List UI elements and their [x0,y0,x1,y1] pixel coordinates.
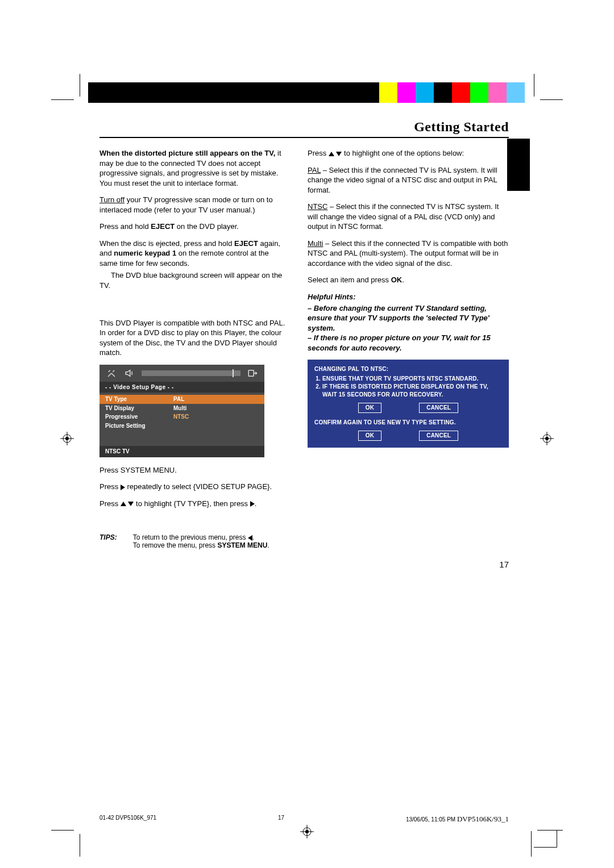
body-text: Select an item and press [308,276,391,284]
dialog-list-item: ENSURE THAT YOUR TV SUPPORTS NTSC STANDA… [322,375,502,383]
registration-mark-icon [540,432,554,445]
svg-rect-16 [248,370,254,377]
osd-slider [142,370,240,376]
dialog-list: ENSURE THAT YOUR TV SUPPORTS NTSC STANDA… [322,375,502,399]
osd-icon-bar [99,365,264,382]
crop-mark [51,99,74,100]
body-text: to highlight {TV TYPE}, then press [134,499,250,508]
body-text: – Select this if the connected TV is NTS… [308,202,499,231]
body-text: . [402,276,404,284]
page-content: Getting Started When the distorted pictu… [99,119,509,569]
left-arrow-icon [248,535,252,541]
tools-icon [105,368,118,378]
result-line: The DVD blue background screen will appe… [99,270,286,290]
footer-model: DVP5106K/93_1 [457,815,509,823]
footer-page: 17 [278,815,284,824]
osd-label: Picture Setting [105,422,173,430]
ok-button[interactable]: OK [358,431,381,441]
manual-page: Getting Started When the distorted pictu… [0,0,614,868]
osd-row-tv-display: TV Display Multi [99,404,264,413]
underlined-text: PAL [308,166,321,174]
bold-text: numeric keypad 1 [114,249,176,257]
crop-mark [80,74,80,97]
footer-timestamp: 13/06/05, 11:05 PM [406,816,455,823]
option-multi: Multi – Select this if the connected TV … [308,239,509,269]
step-line: Press SYSTEM MENU. [99,465,286,475]
bold-text: EJECT [151,222,175,231]
osd-row-progressive: Progressive NTSC [99,412,264,422]
body-text: To remove the menu, press [133,541,218,549]
left-column: When the distorted picture still appears… [99,148,286,515]
osd-label: TV Type [105,395,173,403]
registration-mark-icon [300,85,314,99]
crop-mark [531,831,532,857]
body-text: Press and hold [99,222,151,231]
svg-point-15 [545,437,549,440]
osd-footer: NTSC TV [99,446,264,457]
bold-text: EJECT [234,239,258,248]
osd-row-tv-type: TV Type PAL [99,395,264,404]
right-column: Press to highlight one of the options be… [308,148,509,515]
up-arrow-icon [121,502,126,506]
down-arrow-icon [128,502,134,506]
hints-heading: Helpful Hints: [308,292,509,302]
body-text: – Select this if the connected TV is PAL… [308,166,497,194]
body-text: Press [99,482,121,491]
dialog-button-row: OK CANCEL [314,431,502,441]
underlined-text: Multi [308,239,323,248]
underlined-text: NTSC [308,202,327,211]
cancel-button[interactable]: CANCEL [419,431,458,441]
osd-value: NTSC [173,413,189,421]
body-text: to highlight one of the options below: [342,149,464,157]
hint-text: – If there is no proper picture on your … [308,333,509,353]
exit-icon [246,368,259,378]
tips-line: To remove the menu, press SYSTEM MENU. [133,541,269,549]
paragraph: Turn off your TV progressive scan mode o… [99,195,286,215]
body-text: – Select this if the connected TV is com… [308,239,508,268]
page-title: Getting Started [99,119,509,135]
section-tab [507,139,530,191]
cancel-button[interactable]: CANCEL [419,403,458,413]
osd-label: TV Display [105,404,173,412]
print-footer: 01-42 DVP5106K_971 17 13/06/05, 11:05 PM… [99,815,509,824]
body-text: on the DVD player. [175,222,239,231]
osd-row-picture-setting: Picture Setting [99,422,264,431]
tips-label: TIPS: [99,533,117,549]
paragraph: This DVD Player is compatible with both … [99,318,286,358]
svg-point-11 [65,437,69,440]
bold-text: SYSTEM MENU [217,541,267,549]
bold-text: When the distorted picture still appears… [99,149,275,157]
body-text: . [267,541,269,549]
registration-mark-icon [300,825,314,838]
osd-value: Multi [173,404,186,412]
bold-text: OK [391,276,403,284]
body-text: When the disc is ejected, press and hold [99,239,234,248]
tips-body: To return to the previous menu, press . … [133,533,269,549]
paragraph: When the distorted picture still appears… [99,148,286,188]
step-line: Press to highlight one of the options be… [308,148,509,158]
svg-point-7 [305,830,309,833]
crop-mark [80,834,80,857]
paragraph: When the disc is ejected, press and hold… [99,239,286,269]
registration-mark-icon [60,432,74,445]
osd-video-setup-screenshot: - - Video Setup Page - - TV Type PAL TV … [99,365,264,457]
body-text: repeatedly to select {VIDEO SETUP PAGE}. [125,482,272,491]
ok-button[interactable]: OK [358,403,381,413]
osd-value: PAL [173,395,184,403]
osd-confirm-dialog: CHANGING PAL TO NTSC: ENSURE THAT YOUR T… [308,360,509,448]
body-text: To return to the previous menu, press [133,533,248,541]
body-text: . [252,533,254,541]
step-line: Press repeatedly to select {VIDEO SETUP … [99,482,286,492]
page-number: 17 [99,560,509,569]
tips-footer: TIPS: To return to the previous menu, pr… [99,533,509,549]
body-text: your TV progressive scan mode or turn on… [99,195,273,214]
crop-mark [534,74,534,97]
body-text: Press [99,499,121,508]
up-arrow-icon [329,152,334,156]
osd-body: TV Type PAL TV Display Multi Progressive… [99,393,264,446]
dialog-list-item: IF THERE IS DISTORTED PICTURE DISPLAYED … [322,383,502,398]
body-text: . [255,499,257,508]
option-ntsc: NTSC – Select this if the connected TV i… [308,202,509,232]
down-arrow-icon [336,152,342,156]
footer-filename: 01-42 DVP5106K_971 [99,815,156,824]
